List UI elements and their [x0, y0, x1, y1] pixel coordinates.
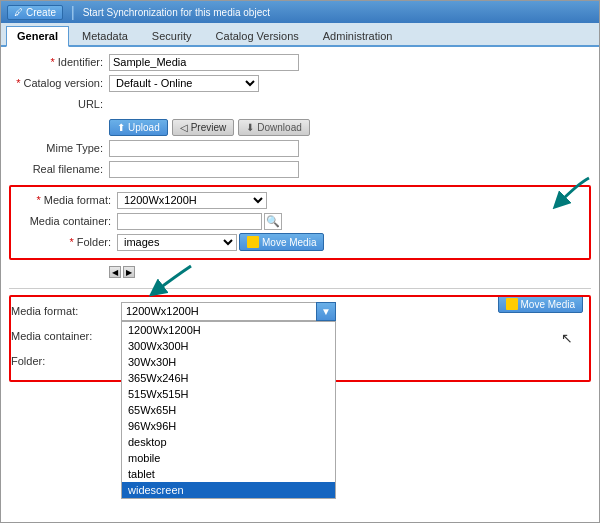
- dropdown-item-1[interactable]: 300Wx300H: [122, 338, 335, 354]
- dropdown-list: 1200Wx1200H 300Wx300H 30Wx30H 365Wx246H …: [121, 321, 336, 499]
- separator: |: [71, 4, 75, 20]
- dropdown-header: ▼: [121, 302, 336, 321]
- url-row: URL:: [9, 95, 591, 113]
- upload-label: Upload: [128, 122, 160, 133]
- preview-button[interactable]: ◁ Preview: [172, 119, 235, 136]
- main-window: 🖊 Create | Start Synchronization for thi…: [0, 0, 600, 523]
- prev-arrow[interactable]: ◀: [109, 266, 121, 278]
- media-container-label: Media container:: [17, 215, 117, 227]
- tab-general[interactable]: General: [6, 26, 69, 47]
- folder-select[interactable]: images: [117, 234, 237, 251]
- lower-media-format-label: Media format:: [11, 305, 121, 317]
- media-format-select[interactable]: 1200Wx1200H: [117, 192, 267, 209]
- folder-row: Folder: images Move Media: [17, 233, 583, 251]
- media-buttons-row: ⬆ Upload ◁ Preview ⬇ Download: [9, 119, 591, 136]
- identifier-row: Identifier:: [9, 53, 591, 71]
- mime-type-label: Mime Type:: [9, 142, 109, 154]
- move-media-label: Move Media: [262, 237, 316, 248]
- media-format-select-group: 1200Wx1200H: [117, 192, 267, 209]
- dropdown-item-3[interactable]: 365Wx246H: [122, 370, 335, 386]
- dropdown-item-9[interactable]: tablet: [122, 466, 335, 482]
- preview-icon: ◁: [180, 122, 188, 133]
- download-button[interactable]: ⬇ Download: [238, 119, 309, 136]
- media-format-row: Media format: 1200Wx1200H: [17, 191, 583, 209]
- lower-media-format-input[interactable]: [121, 302, 316, 321]
- catalog-version-label: Catalog version:: [9, 77, 109, 89]
- lower-media-format-row: Media format: ▼ 1200Wx1200H 300Wx300H 30…: [11, 301, 583, 321]
- download-label: Download: [257, 122, 301, 133]
- dropdown-item-10[interactable]: widescreen: [122, 482, 335, 498]
- tab-security[interactable]: Security: [141, 26, 203, 45]
- nav-arrows: ◀ ▶: [9, 266, 591, 278]
- dropdown-item-7[interactable]: desktop: [122, 434, 335, 450]
- dropdown-item-6[interactable]: 96Wx96H: [122, 418, 335, 434]
- dropdown-item-4[interactable]: 515Wx515H: [122, 386, 335, 402]
- tab-catalog-versions[interactable]: Catalog Versions: [205, 26, 310, 45]
- next-arrow[interactable]: ▶: [123, 266, 135, 278]
- catalog-version-row: Catalog version: Default - Online: [9, 74, 591, 92]
- dropdown-item-2[interactable]: 30Wx30H: [122, 354, 335, 370]
- tab-bar: General Metadata Security Catalog Versio…: [1, 23, 599, 47]
- media-container-input[interactable]: [117, 213, 262, 230]
- mime-type-row: Mime Type:: [9, 139, 591, 157]
- preview-label: Preview: [191, 122, 227, 133]
- lower-media-container-label: Media container:: [11, 330, 121, 342]
- dropdown-item-5[interactable]: 65Wx65H: [122, 402, 335, 418]
- move-media-button-top[interactable]: Move Media: [239, 233, 324, 251]
- folder-label: Folder:: [17, 236, 117, 248]
- dropdown-item-0[interactable]: 1200Wx1200H: [122, 322, 335, 338]
- title-bar: 🖊 Create | Start Synchronization for thi…: [1, 1, 599, 23]
- lower-dropdown-container: ▼ 1200Wx1200H 300Wx300H 30Wx30H 365Wx246…: [121, 302, 336, 321]
- lower-red-box: Media format: ▼ 1200Wx1200H 300Wx300H 30…: [9, 295, 591, 382]
- media-properties-box: Media format: 1200Wx1200H Media containe…: [9, 185, 591, 260]
- media-format-label: Media format:: [17, 194, 117, 206]
- sync-label: Start Synchronization for this media obj…: [83, 7, 270, 18]
- lower-dropdown-btn[interactable]: ▼: [316, 302, 336, 321]
- upload-icon: ⬆: [117, 122, 125, 133]
- move-media-icon: [247, 236, 259, 248]
- url-label: URL:: [9, 98, 109, 110]
- catalog-version-select[interactable]: Default - Online: [109, 75, 259, 92]
- lower-folder-label: Folder:: [11, 355, 121, 367]
- identifier-label: Identifier:: [9, 56, 109, 68]
- create-icon: 🖊: [14, 7, 23, 17]
- identifier-input[interactable]: [109, 54, 299, 71]
- media-container-row: Media container: 🔍: [17, 212, 583, 230]
- download-icon: ⬇: [246, 122, 254, 133]
- search-icon: 🔍: [266, 215, 280, 228]
- real-filename-input[interactable]: [109, 161, 299, 178]
- mime-type-input[interactable]: [109, 140, 299, 157]
- catalog-version-select-group: Default - Online: [109, 75, 259, 92]
- tab-metadata[interactable]: Metadata: [71, 26, 139, 45]
- dropdown-item-8[interactable]: mobile: [122, 450, 335, 466]
- media-container-group: 🔍: [117, 213, 282, 230]
- tab-administration[interactable]: Administration: [312, 26, 404, 45]
- real-filename-row: Real filename:: [9, 160, 591, 178]
- create-label: Create: [26, 7, 56, 18]
- lower-section: Move Media Media format:: [9, 288, 591, 386]
- folder-group: images Move Media: [117, 233, 324, 251]
- main-content: Identifier: Catalog version: Default - O…: [1, 47, 599, 522]
- upload-button[interactable]: ⬆ Upload: [109, 119, 168, 136]
- media-container-search-button[interactable]: 🔍: [264, 213, 282, 230]
- create-button[interactable]: 🖊 Create: [7, 5, 63, 20]
- real-filename-label: Real filename:: [9, 163, 109, 175]
